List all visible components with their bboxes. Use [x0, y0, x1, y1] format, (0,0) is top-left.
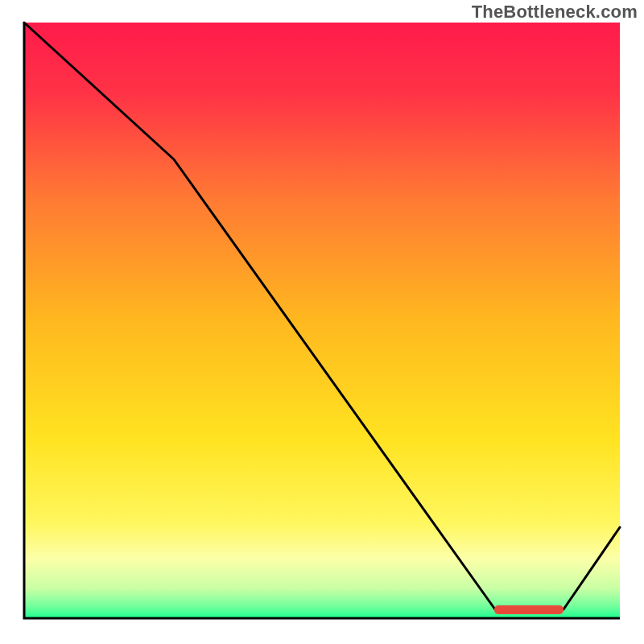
- marker-chip: [494, 605, 564, 614]
- chart-svg: [0, 0, 644, 644]
- plot-background: [24, 23, 620, 618]
- chart-root: TheBottleneck.com: [0, 0, 644, 644]
- watermark-text: TheBottleneck.com: [472, 2, 638, 23]
